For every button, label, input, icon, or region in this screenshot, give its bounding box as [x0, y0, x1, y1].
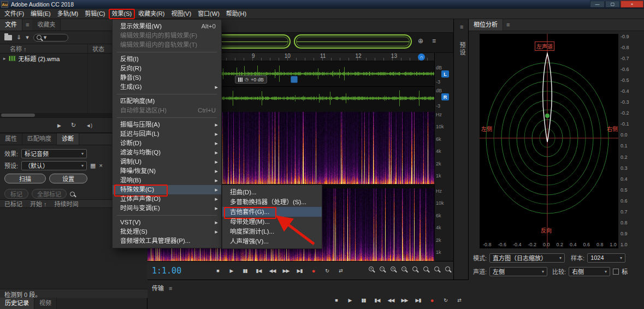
tab-phase-analysis[interactable]: 相位分析 [469, 19, 503, 31]
diagnostics-tab[interactable]: 属性 [0, 133, 22, 145]
submenu-item[interactable]: 母带处理(M)... [222, 217, 322, 227]
effects-menu-item[interactable] [117, 215, 217, 216]
keyframe-icon[interactable] [291, 76, 298, 83]
skip-forward-button[interactable]: ▶▮ [412, 295, 424, 305]
preset-select[interactable]: （默认）▾ [21, 161, 87, 170]
loop-preview-icon[interactable]: ↻ [71, 122, 76, 129]
skip-selection-button[interactable]: ⇄ [335, 266, 346, 276]
effects-menu-item[interactable]: 混响(B) [113, 176, 221, 185]
effects-menu-item[interactable] [117, 94, 217, 94]
effects-menu-item[interactable]: 生成(G) [113, 82, 221, 92]
headphone-icon[interactable]: ∩ [418, 54, 425, 61]
fast-forward-button[interactable]: ▶▶ [399, 295, 410, 305]
menubar-item[interactable]: 文件(F) [1, 9, 27, 19]
record-button[interactable]: ● [426, 295, 438, 305]
effects-menu-item[interactable]: 音频增效工具管理器(P)... [113, 236, 221, 246]
media-dropdown-icon[interactable]: ▾ [26, 34, 29, 41]
loop-playback-button[interactable]: ↻ [321, 266, 333, 276]
zoom-out-time-button[interactable]: − [380, 266, 385, 271]
transport-panel-menu-icon[interactable]: ≡ [166, 285, 175, 292]
marker-checkbox[interactable] [613, 269, 619, 275]
preview-play-icon[interactable]: ▶ [57, 123, 61, 128]
zoom-full-button[interactable] [445, 266, 450, 271]
effects-menu-item[interactable]: 反向(R) [113, 64, 221, 73]
effects-menu-item[interactable]: 时间与变调(E) [113, 204, 221, 213]
effects-menu-item[interactable]: 调制(U) [113, 157, 221, 167]
channel-left-badge[interactable]: L [441, 70, 449, 78]
column-start[interactable]: 开始 ↑ [30, 199, 47, 208]
samples-select[interactable]: 1024▾ [587, 253, 625, 263]
effects-menu-item[interactable]: 反相(I) [113, 55, 221, 64]
pause-button[interactable]: ▮▮ [239, 266, 251, 276]
files-panel-menu-icon[interactable]: ≡ [22, 19, 32, 31]
effects-menu-item[interactable]: 批处理(S) [113, 227, 221, 236]
skip-back-button[interactable]: ▮◀ [253, 266, 264, 276]
import-file-icon[interactable]: ⇓ [16, 34, 21, 41]
zoom-out-amplitude-button[interactable]: − [401, 266, 406, 271]
menubar-item[interactable]: 编辑(E) [27, 9, 54, 19]
record-button[interactable]: ● [308, 266, 319, 276]
search-markers-icon[interactable] [70, 192, 75, 197]
compare-select[interactable]: 右侧▾ [569, 267, 610, 276]
disclosure-icon[interactable]: ▸ [3, 56, 6, 61]
menubar-item[interactable]: 剪辑(C) [81, 9, 108, 19]
zoom-in-point-button[interactable] [423, 266, 428, 271]
menubar-item[interactable]: 帮助(H) [223, 9, 250, 19]
mark-all-button[interactable]: 全部标记 [32, 189, 67, 199]
stop-button[interactable]: ■ [212, 266, 223, 276]
column-status[interactable]: 状态 [87, 44, 104, 53]
tab-favorites[interactable]: 收藏夹 [32, 19, 61, 31]
skip-selection-button[interactable]: ⇄ [453, 295, 465, 305]
settings-button[interactable]: 设置 [49, 174, 87, 183]
effects-menu-item[interactable]: 延迟与回声(L) [113, 129, 221, 139]
submenu-item[interactable]: 多普勒换挡器（处理）(S)... [222, 197, 322, 207]
search-input[interactable]: ▾ [33, 34, 68, 41]
presets-collapsed-strip[interactable]: ≡ 预设 [453, 19, 469, 280]
channel-right-badge[interactable]: R [441, 93, 449, 100]
effects-menu-item[interactable]: 降噪/恢复(N) [113, 167, 221, 176]
submenu-item[interactable]: 吉他套件(G)... [222, 207, 322, 217]
effects-menu-item[interactable]: VST(V) [113, 218, 221, 227]
submenu-item[interactable]: 响度探测计(L)... [222, 227, 322, 236]
fast-forward-button[interactable]: ▶▶ [280, 266, 292, 276]
effects-menu-item[interactable]: 自动修复选区(H) Ctrl+U [113, 106, 221, 115]
play-button[interactable]: ▶ [226, 266, 237, 276]
editor-panel-menu-icon[interactable]: ≡ [432, 37, 436, 45]
auto-scroll-icon[interactable]: ⊕ [418, 37, 423, 45]
effects-menu-item[interactable]: 匹配响度(M) [113, 97, 221, 106]
close-button[interactable]: × [621, 1, 643, 8]
column-marked[interactable]: 已标记 [4, 199, 22, 208]
effects-menu-item[interactable]: 滤波与均衡(Q) [113, 148, 221, 157]
phase-panel-menu-icon[interactable]: ≡ [503, 19, 513, 31]
maximize-button[interactable]: ▢ [605, 1, 620, 8]
save-preset-icon[interactable]: ▦ [90, 162, 96, 169]
bottom-tab[interactable]: 历史记录 [0, 298, 34, 309]
effects-menu-item[interactable] [117, 52, 217, 52]
rewind-button[interactable]: ◀◀ [385, 295, 397, 305]
speaker-icon[interactable]: ◄) [86, 123, 92, 128]
effects-menu-item[interactable]: 显示效果组(W) Alt+0 [113, 22, 221, 31]
effects-menu-item[interactable]: 编辑效果组内的音轨效果(T) [113, 40, 221, 50]
effect-select[interactable]: 标记音频▾ [21, 149, 87, 158]
effects-menu-item[interactable]: 静音(S) [113, 73, 221, 82]
diagnostics-tab[interactable]: 诊断 [57, 133, 79, 145]
effects-menu-item[interactable]: 立体声声像(O) [113, 194, 221, 204]
scan-button[interactable]: 扫描 [4, 174, 46, 183]
diagnostics-tab[interactable]: 匹配响度 [22, 133, 57, 145]
menubar-item[interactable]: 效果(S) [109, 9, 135, 19]
submenu-item[interactable]: 扭曲(D)... [222, 187, 322, 197]
effects-menu-item[interactable]: 诊断(D) [113, 139, 221, 148]
effects-menu-item[interactable] [117, 117, 217, 118]
effects-menu-item[interactable]: 特殊效果(C) [113, 185, 221, 194]
skip-back-button[interactable]: ▮◀ [371, 295, 383, 305]
loop-playback-button[interactable]: ↻ [440, 295, 451, 305]
pause-button[interactable]: ▮▮ [358, 295, 369, 305]
channel-select[interactable]: 左侧▾ [489, 267, 547, 276]
column-name[interactable]: 名称 ↑ [0, 44, 27, 53]
clip-gain-chip[interactable]: ◷ +0 dB [235, 75, 267, 84]
mark-button[interactable]: 标记 [4, 189, 28, 199]
zoom-selection-button[interactable] [412, 266, 417, 271]
open-file-icon[interactable] [4, 35, 12, 40]
mode-select[interactable]: 直方图（日志缩放）▾ [489, 253, 565, 263]
zoom-out-point-button[interactable] [434, 266, 439, 271]
